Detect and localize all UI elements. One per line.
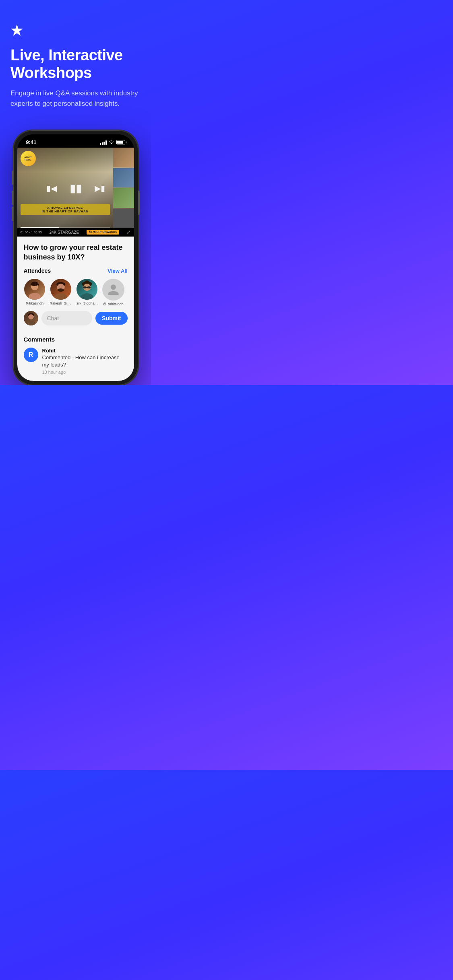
price-label: ₹3.75 CR* ONWARDS [87, 230, 119, 235]
svg-point-12 [81, 293, 93, 300]
svg-point-5 [31, 282, 38, 286]
chat-placeholder: Chat [47, 315, 59, 321]
attendee-4: @Rohitsingh [102, 279, 124, 305]
svg-rect-18 [83, 286, 86, 288]
svg-rect-19 [87, 286, 91, 288]
progress-bar[interactable] [21, 227, 110, 228]
brand-label: 24K STARGAZE [50, 230, 79, 235]
comment-avatar-1: R [24, 348, 38, 362]
avatar-circle-2 [50, 279, 71, 300]
svg-point-7 [54, 293, 67, 300]
attendee-2: Rakesh_Singh [50, 279, 72, 305]
attendees-label: Attendees [24, 268, 51, 274]
avatar-circle-3 [77, 279, 97, 300]
participant-thumb-4 [113, 209, 134, 229]
video-time-elapsed: 01:00 / 1:36:35 [21, 231, 42, 234]
prev-button[interactable]: ▮◀ [46, 183, 57, 193]
phone-frame: 9:41 [13, 130, 138, 385]
svg-point-24 [28, 314, 33, 319]
attendee-name-2: Rakesh_Singh [50, 301, 72, 305]
signal-icon [100, 140, 107, 145]
comments-label: Comments [24, 336, 128, 343]
svg-point-22 [26, 321, 35, 325]
banner-line-2: IN THE HEART OF BAVHAN [24, 210, 107, 213]
comment-content-1: Rohit Commented - How can i increase my … [42, 348, 128, 374]
svg-marker-0 [11, 25, 23, 36]
submit-button[interactable]: Submit [95, 312, 127, 325]
attendee-1: Ritikasingh [24, 279, 46, 305]
page-title: Live, Interactive Workshops [10, 47, 141, 82]
banner-line-1: A ROYAL LIFESTYLE [24, 206, 107, 210]
attendee-name-1: Ritikasingh [26, 301, 43, 305]
video-controls: ▮◀ ▮▮ ▶▮ [46, 181, 105, 195]
svg-point-2 [29, 293, 41, 300]
video-player[interactable]: ANKITPATIL ▮◀ ▮▮ ▶▮ [17, 148, 134, 228]
page-subtitle: Engage in live Q&A sessions with industr… [10, 88, 141, 109]
chat-input[interactable]: Chat [41, 311, 93, 325]
person-icon [107, 283, 120, 296]
comment-text-1: Commented - How can i increase my leads? [42, 354, 128, 369]
avatars-row: Ritikasingh R [24, 279, 128, 305]
wifi-icon [109, 140, 114, 145]
participant-thumb-3 [113, 188, 134, 208]
svg-point-10 [58, 288, 64, 292]
current-user-avatar [24, 311, 38, 325]
brand-logo [10, 24, 141, 39]
attendee-name-4: @Rohitsingh [103, 302, 124, 305]
workshop-title: How to grow your real estate business by… [24, 243, 128, 262]
video-section: ANKITPATIL ▮◀ ▮▮ ▶▮ [17, 148, 134, 237]
avatar-circle-1 [24, 279, 45, 300]
comment-time-1: 10 hour ago [42, 370, 128, 375]
chat-row: Chat Submit [24, 311, 128, 325]
phone-wrapper: 9:41 [0, 130, 151, 385]
pause-button[interactable]: ▮▮ [70, 181, 82, 195]
progress-fill [21, 227, 59, 228]
video-channel-logo: ANKITPATIL [21, 151, 36, 166]
comment-author-1: Rohit [42, 348, 128, 354]
attendees-row: Attendees View All [24, 268, 128, 274]
avatar-circle-4 [102, 279, 124, 301]
video-banner: A ROYAL LIFESTYLE IN THE HEART OF BAVHAN [21, 204, 110, 215]
status-bar: 9:41 [17, 134, 134, 148]
side-participants [113, 148, 134, 228]
header-section: Live, Interactive Workshops Engage in li… [0, 0, 151, 121]
content-card: How to grow your real estate business by… [17, 237, 134, 336]
attendee-3: srk_Siddha... [76, 279, 98, 305]
attendee-name-3: srk_Siddha... [77, 301, 98, 305]
phone-screen: 9:41 [17, 134, 134, 381]
star-icon [10, 24, 23, 37]
comment-item-1: R Rohit Commented - How can i increase m… [24, 348, 128, 374]
participant-thumb-1 [113, 148, 134, 167]
comments-section: Comments R Rohit Commented - How can i i… [17, 336, 134, 381]
participant-thumb-2 [113, 168, 134, 188]
fullscreen-icon[interactable]: ⤢ [126, 229, 130, 235]
battery-icon [116, 140, 125, 144]
status-time: 9:41 [26, 139, 37, 145]
view-all-button[interactable]: View All [108, 268, 127, 274]
video-footer: 01:00 / 1:36:35 24K STARGAZE ₹3.75 CR* O… [17, 228, 134, 237]
next-button[interactable]: ▶▮ [95, 183, 105, 193]
status-icons [100, 140, 125, 145]
